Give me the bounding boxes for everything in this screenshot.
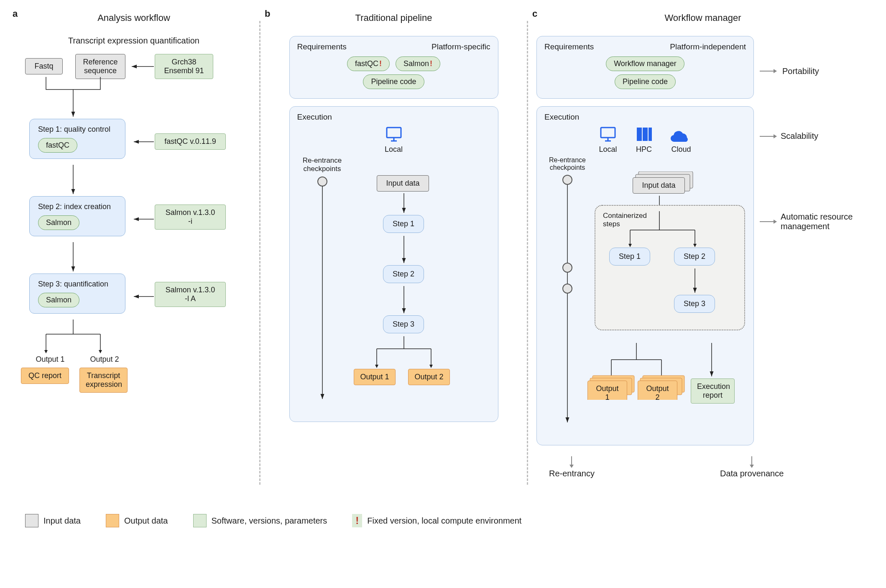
panel-b-execution: Execution Local Re-entrance checkpoints … bbox=[289, 106, 498, 422]
c-execreport: Execution report bbox=[691, 378, 735, 404]
svg-marker-44 bbox=[569, 465, 574, 468]
step1-param: fastQC v.0.11.9 bbox=[155, 133, 226, 150]
server-icon bbox=[634, 126, 654, 143]
panel-a-subtitle: Transcript expression quantification bbox=[17, 36, 251, 46]
monitor-icon bbox=[598, 126, 618, 143]
step1-title: Step 1: quality control bbox=[38, 125, 117, 134]
exclaim-icon: ! bbox=[352, 514, 362, 527]
swatch-gray bbox=[25, 514, 38, 527]
svg-point-27 bbox=[563, 263, 572, 272]
legend: Input data Output data Software, version… bbox=[8, 514, 878, 527]
c-input-box: Input data bbox=[633, 177, 685, 194]
b-req-left: Requirements bbox=[297, 42, 347, 51]
legend-software: Software, versions, parameters bbox=[193, 514, 327, 527]
panel-c-requirements: Requirements Platform-independent Workfl… bbox=[536, 36, 754, 99]
containerized-label: Containerized steps bbox=[603, 212, 737, 228]
panel-c: c Workflow manager Requirements Platform… bbox=[528, 8, 878, 497]
b-local-label: Local bbox=[385, 145, 403, 154]
c-local-label: Local bbox=[599, 145, 617, 154]
panel-a-title: Analysis workflow bbox=[17, 13, 251, 23]
out2-box: Transcript expression bbox=[79, 368, 128, 393]
exclaim-icon: ! bbox=[379, 59, 382, 68]
svg-rect-24 bbox=[649, 128, 652, 141]
panel-b-requirements: Requirements Platform-specific fastQC! S… bbox=[289, 36, 498, 99]
svg-rect-23 bbox=[643, 128, 648, 141]
annot-reentrancy: Re-entrancy bbox=[549, 469, 595, 478]
legend-input: Input data bbox=[25, 514, 81, 527]
step2-tool: Salmon bbox=[38, 215, 79, 230]
panel-c-svg: Input data Containerized steps Ste bbox=[544, 171, 749, 439]
svg-rect-19 bbox=[601, 128, 615, 138]
step3-title: Step 3: quantification bbox=[38, 280, 117, 289]
b-exec-header: Execution bbox=[297, 112, 490, 122]
out1-label: Output 1 bbox=[25, 355, 75, 364]
monitor-icon bbox=[384, 126, 403, 143]
svg-marker-46 bbox=[750, 465, 754, 468]
arrow-right-icon bbox=[760, 221, 776, 222]
c-exec-header: Execution bbox=[544, 112, 746, 122]
svg-marker-17 bbox=[375, 365, 378, 368]
svg-point-26 bbox=[563, 175, 572, 184]
c-pill-code: Pipeline code bbox=[615, 74, 676, 89]
annot-scalability: Scalability bbox=[781, 131, 818, 141]
c-step3: Step 3 bbox=[674, 295, 715, 313]
annot-portability: Portability bbox=[782, 66, 819, 76]
swatch-green bbox=[193, 514, 207, 527]
c-hpc-label: HPC bbox=[636, 145, 652, 154]
c-reentrance-label: Re-entrance checkpoints bbox=[544, 156, 590, 171]
svg-marker-7 bbox=[44, 350, 48, 353]
arrow-down-icon bbox=[567, 456, 576, 469]
c-step1: Step 1 bbox=[609, 248, 650, 266]
panel-c-execution: Execution Local HPC Cloud bbox=[536, 106, 754, 445]
out2-label: Output 2 bbox=[79, 355, 130, 364]
step2-title: Step 2: index creation bbox=[38, 202, 117, 211]
c-step2: Step 2 bbox=[674, 248, 715, 266]
fastq-box: Fastq bbox=[25, 58, 63, 74]
annot-provenance: Data provenance bbox=[720, 469, 784, 478]
panel-a: a Analysis workflow Transcript expressio… bbox=[8, 8, 259, 497]
panel-b: b Traditional pipeline Requirements Plat… bbox=[260, 8, 527, 497]
step3-box: Step 3: quantification Salmon bbox=[29, 274, 125, 314]
arrow-down-icon bbox=[748, 456, 756, 469]
b-pill-fastqc-text: fastQC bbox=[355, 59, 378, 68]
svg-point-12 bbox=[318, 177, 327, 186]
b-reentrance-label: Re-entrance checkpoints bbox=[297, 156, 347, 173]
legend-output: Output data bbox=[106, 514, 168, 527]
b-step2: Step 2 bbox=[383, 265, 424, 283]
c-cloud-label: Cloud bbox=[671, 145, 691, 154]
panel-b-title: Traditional pipeline bbox=[269, 13, 518, 23]
b-pill-code: Pipeline code bbox=[363, 74, 424, 89]
c-out1: Output 1 bbox=[587, 381, 627, 400]
panel-c-title: Workflow manager bbox=[536, 13, 869, 23]
swatch-orange bbox=[106, 514, 119, 527]
c-out2: Output 2 bbox=[638, 381, 677, 400]
legend-input-label: Input data bbox=[43, 516, 81, 526]
exclaim-icon: ! bbox=[430, 59, 432, 68]
arrow-right-icon bbox=[760, 71, 776, 72]
svg-point-28 bbox=[563, 284, 572, 293]
panel-c-letter: c bbox=[532, 8, 537, 19]
b-step3: Step 3 bbox=[383, 315, 424, 333]
b-pill-salmon-text: Salmon bbox=[403, 59, 429, 68]
b-out1: Output 1 bbox=[354, 369, 396, 385]
panel-a-letter: a bbox=[13, 8, 18, 19]
legend-output-label: Output data bbox=[124, 516, 168, 526]
svg-marker-18 bbox=[429, 365, 433, 368]
out1-box: QC report bbox=[21, 368, 69, 384]
step2-box: Step 2: index creation Salmon bbox=[29, 196, 125, 236]
step1-box: Step 1: quality control fastQC bbox=[29, 119, 125, 159]
b-step1: Step 1 bbox=[383, 215, 424, 233]
panel-a-svg: Fastq Reference sequence Grch38 Ensembl … bbox=[17, 54, 251, 493]
grch-box: Grch38 Ensembl 91 bbox=[155, 54, 213, 79]
panel-b-svg: Input data Step 1 Step 2 Step 3 bbox=[297, 173, 490, 416]
c-req-right: Platform-independent bbox=[670, 42, 746, 51]
svg-marker-8 bbox=[99, 350, 102, 353]
refseq-box: Reference sequence bbox=[75, 54, 125, 79]
b-input-box: Input data bbox=[377, 175, 429, 192]
b-out2: Output 2 bbox=[408, 369, 450, 385]
panel-b-letter: b bbox=[265, 8, 270, 19]
figure-row: a Analysis workflow Transcript expressio… bbox=[8, 8, 878, 497]
step2-param: Salmon v.1.3.0 -i bbox=[155, 205, 226, 230]
b-pill-fastqc: fastQC! bbox=[347, 56, 390, 71]
legend-software-label: Software, versions, parameters bbox=[212, 516, 327, 526]
